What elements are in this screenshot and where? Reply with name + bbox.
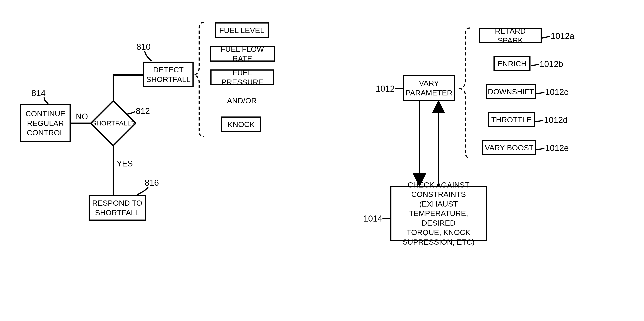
opt-fuel-level: FUEL LEVEL — [215, 22, 269, 38]
ref-1012a: 1012a — [551, 31, 574, 41]
box-continue-regular-control: CONTINUE REGULAR CONTROL — [20, 104, 71, 142]
opt-throttle: THROTTLE — [488, 112, 535, 127]
ref-814: 814 — [32, 88, 46, 98]
ref-1014: 1014 — [364, 214, 382, 224]
decision-label: SHORTFALL? — [91, 101, 136, 146]
opt-vary-boost: VARY BOOST — [482, 140, 536, 155]
decision-shortfall: SHORTFALL? — [91, 101, 136, 146]
box-detect-shortfall: DETECT SHORTFALL — [143, 62, 194, 87]
opt-downshift: DOWNSHIFT — [486, 84, 536, 99]
opt-andor: AND/OR — [227, 96, 256, 105]
ref-1012e: 1012e — [545, 143, 569, 153]
opt-enrich: ENRICH — [494, 56, 530, 71]
ref-816: 816 — [145, 178, 159, 188]
box-check-constraints: CHECK AGAINST CONSTRAINTS (EXHAUST TEMPE… — [390, 186, 487, 241]
ref-1012c: 1012c — [545, 87, 568, 97]
edge-yes: YES — [117, 159, 133, 168]
ref-812: 812 — [136, 106, 150, 116]
box-respond-shortfall: RESPOND TO SHORTFALL — [88, 195, 146, 221]
edge-no: NO — [76, 112, 88, 121]
opt-fuel-flow-rate: FUEL FLOW RATE — [210, 46, 275, 62]
diagram-canvas: CONTINUE REGULAR CONTROL 814 SHORTFALL? … — [0, 0, 644, 321]
ref-1012b: 1012b — [540, 59, 563, 69]
opt-knock: KNOCK — [221, 117, 261, 132]
ref-1012d: 1012d — [544, 115, 568, 125]
ref-1012: 1012 — [376, 84, 395, 94]
ref-810: 810 — [136, 42, 150, 52]
opt-retard-spark: RETARD SPARK — [479, 28, 542, 43]
opt-fuel-pressure: FUEL PRESSURE — [210, 69, 274, 85]
box-vary-parameter: VARY PARAMETER — [403, 75, 455, 101]
